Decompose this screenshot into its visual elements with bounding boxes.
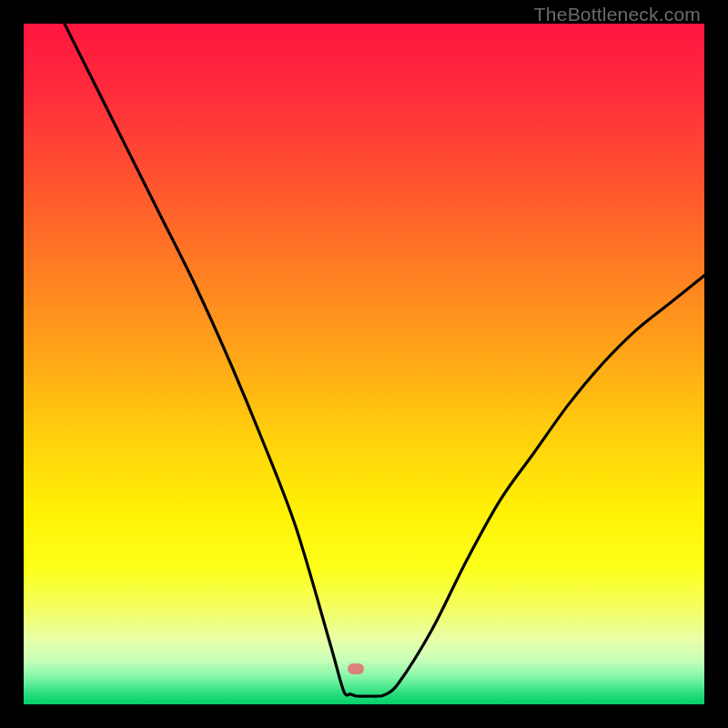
optimal-marker bbox=[348, 663, 364, 674]
bottleneck-curve bbox=[24, 24, 704, 704]
watermark-text: TheBottleneck.com bbox=[534, 4, 701, 25]
plot-area bbox=[24, 24, 704, 704]
chart-frame: TheBottleneck.com bbox=[0, 0, 728, 728]
